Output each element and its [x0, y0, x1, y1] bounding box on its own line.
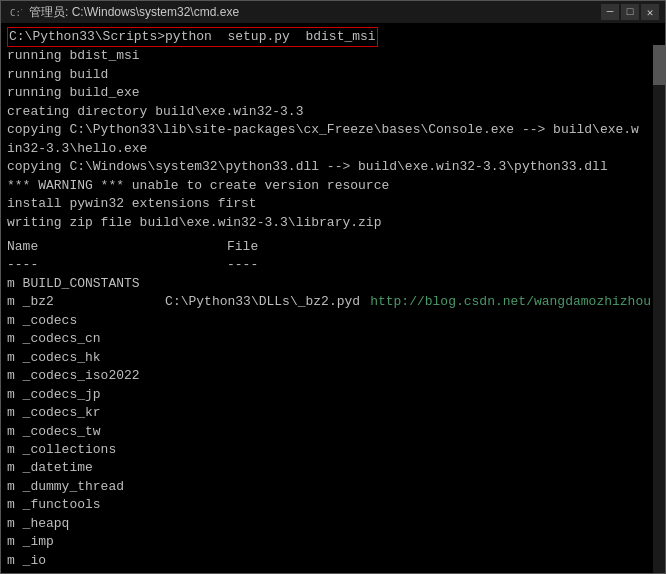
output-line-5: copying C:\Python33\lib\site-packages\cx…	[7, 121, 651, 139]
table-row: m _heapq	[7, 515, 651, 533]
table-row: m _dummy_thread	[7, 478, 651, 496]
row-name: m _locale	[7, 570, 227, 573]
table-row: m _collections	[7, 441, 651, 459]
watermark: http://blog.csdn.net/wangdamozhizhou	[370, 293, 651, 311]
table-row: m BUILD_CONSTANTS	[7, 275, 651, 293]
row-name: m _imp	[7, 533, 227, 551]
table-row: m _imp	[7, 533, 651, 551]
output-line-1: running bdist_msi	[7, 47, 651, 65]
row-name: m _functools	[7, 496, 227, 514]
terminal-output[interactable]: C:\Python33\Scripts>python setup.py bdis…	[1, 23, 665, 573]
table-row: m _codecs_jp	[7, 386, 651, 404]
command-highlight: C:\Python33\Scripts>python setup.py bdis…	[7, 27, 378, 47]
sep-name: ----	[7, 256, 227, 274]
output-line-6: in32-3.3\hello.exe	[7, 140, 651, 158]
table-row: m _codecs_cn	[7, 330, 651, 348]
output-line-3: running build_exe	[7, 84, 651, 102]
row-name: m _codecs_tw	[7, 423, 227, 441]
output-line-9: install pywin32 extensions first	[7, 195, 651, 213]
table-header: Name File	[7, 238, 651, 256]
output-line-7: copying C:\Windows\system32\python33.dll…	[7, 158, 651, 176]
sep-file: ----	[227, 256, 258, 274]
table-row: m _codecs	[7, 312, 651, 330]
cmd-window: C:\ 管理员: C:\Windows\system32\cmd.exe ─ □…	[0, 0, 666, 574]
table-row: m _codecs_iso2022	[7, 367, 651, 385]
col-file-header: File	[227, 238, 258, 256]
table-row: m _locale	[7, 570, 651, 573]
output-line-10: writing zip file build\exe.win32-3.3\lib…	[7, 214, 651, 232]
row-name: m _codecs_iso2022	[7, 367, 227, 385]
table-separator: ---- ----	[7, 256, 651, 274]
minimize-button[interactable]: ─	[601, 4, 619, 20]
row-file: C:\Python33\DLLs\_bz2.pyd	[165, 293, 360, 311]
svg-text:C:\: C:\	[10, 8, 22, 18]
close-button[interactable]: ✕	[641, 4, 659, 20]
row-name: m _io	[7, 552, 227, 570]
row-name: m BUILD_CONSTANTS	[7, 275, 227, 293]
window-controls: ─ □ ✕	[601, 4, 659, 20]
table-row: m _datetime	[7, 459, 651, 477]
table-row: m _functools	[7, 496, 651, 514]
window-title: 管理员: C:\Windows\system32\cmd.exe	[29, 4, 601, 21]
output-line-2: running build	[7, 66, 651, 84]
table-row: m _codecs_kr	[7, 404, 651, 422]
row-name: m _datetime	[7, 459, 227, 477]
row-name: m _bz2	[7, 293, 165, 311]
scrollbar-thumb[interactable]	[653, 45, 665, 85]
output-line-4: creating directory build\exe.win32-3.3	[7, 103, 651, 121]
row-name: m _collections	[7, 441, 227, 459]
table-row: m _codecs_hk	[7, 349, 651, 367]
row-name: m _codecs_hk	[7, 349, 227, 367]
output-line-8: *** WARNING *** unable to create version…	[7, 177, 651, 195]
row-name: m _codecs	[7, 312, 227, 330]
scrollbar-track[interactable]	[653, 45, 665, 573]
cmd-icon: C:\	[7, 4, 23, 20]
table-row: m _bz2C:\Python33\DLLs\_bz2.pydhttp://bl…	[7, 293, 651, 311]
prompt-line: C:\Python33\Scripts>python setup.py bdis…	[7, 27, 651, 47]
row-name: m _codecs_cn	[7, 330, 227, 348]
row-name: m _codecs_kr	[7, 404, 227, 422]
table-row: m _io	[7, 552, 651, 570]
title-bar: C:\ 管理员: C:\Windows\system32\cmd.exe ─ □…	[1, 1, 665, 23]
col-name-header: Name	[7, 238, 227, 256]
row-name: m _codecs_jp	[7, 386, 227, 404]
maximize-button[interactable]: □	[621, 4, 639, 20]
table-rows-container: m BUILD_CONSTANTSm _bz2C:\Python33\DLLs\…	[7, 275, 651, 573]
row-name: m _heapq	[7, 515, 227, 533]
table-row: m _codecs_tw	[7, 423, 651, 441]
row-name: m _dummy_thread	[7, 478, 227, 496]
